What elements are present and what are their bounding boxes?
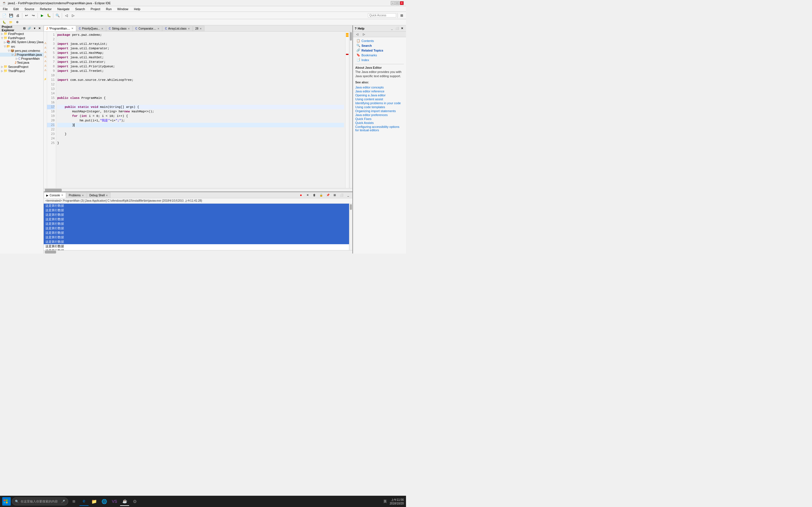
scrollbar-thumb[interactable] (350, 32, 352, 41)
menu-search[interactable]: Search (73, 6, 87, 11)
help-forward-button[interactable]: ▷ (361, 31, 367, 38)
help-link-4[interactable]: Using content assist (355, 97, 404, 101)
quick-access-input[interactable] (368, 13, 396, 17)
help-min-button[interactable]: _ (390, 26, 394, 31)
organizing-imports-link[interactable]: Organizing import statements (355, 109, 404, 113)
clear-console-button[interactable]: 🗑 (311, 192, 317, 198)
back-button[interactable]: ◁ (63, 12, 69, 18)
help-link-5[interactable]: Identifying problems in your code (355, 101, 404, 105)
tab-close-28[interactable]: ✕ (200, 27, 202, 30)
sidebar-item-package[interactable]: ▽ 📦 pers.pwz.cmdemo (0, 48, 43, 53)
help-nav-bookmarks[interactable]: 🔖 Bookmarks (355, 53, 404, 57)
h-scrollbar-thumb[interactable] (45, 189, 62, 191)
menu-window[interactable]: Window (116, 6, 130, 11)
tab-close-arraylist[interactable]: ✕ (188, 27, 190, 30)
quick-assists-link[interactable]: Quick Assists (355, 121, 404, 125)
help-max-button[interactable]: ⬜ (395, 26, 399, 31)
help-link-3[interactable]: Opening a Java editor (355, 93, 404, 97)
tab-console[interactable]: ▶ Console ✕ (44, 192, 66, 198)
help-contents-link[interactable]: Contents (361, 39, 374, 43)
tab-programmain[interactable]: J *ProgramMain.... ✕ (44, 25, 76, 31)
help-nav-related[interactable]: 🔗 Related Topics (355, 48, 404, 53)
menu-file[interactable]: File (1, 6, 10, 11)
java-editor-reference-link[interactable]: Java editor reference (355, 89, 404, 93)
content-assist-link[interactable]: Using content assist (355, 97, 404, 101)
scroll-lock-button[interactable]: 🔒 (318, 192, 324, 198)
tab-close-console[interactable]: ✕ (61, 194, 63, 196)
tab-close-priority[interactable]: ✕ (101, 27, 103, 30)
help-link-1[interactable]: Java editor concepts (355, 86, 404, 89)
opening-java-editor-link[interactable]: Opening a Java editor (355, 93, 404, 97)
sidebar-item-jre[interactable]: ▷ 📚 JRE System Library [JavaSE-10] (0, 40, 43, 44)
tab-arraylist[interactable]: C ArrayList.class ✕ (162, 25, 192, 31)
project-explorer-button[interactable]: 📁 (8, 19, 14, 25)
tab-close-string[interactable]: ✕ (128, 27, 130, 30)
debug-view-button[interactable]: 🐛 (1, 19, 7, 25)
remove-button[interactable]: ✕ (305, 192, 311, 198)
sidebar-menu-button[interactable]: ▾ (32, 26, 37, 31)
forward-button[interactable]: ▷ (70, 12, 76, 18)
open-console-button[interactable]: ⊞ (332, 192, 338, 198)
help-link-7[interactable]: Organizing import statements (355, 109, 404, 113)
horizontal-scrollbar[interactable] (44, 188, 352, 191)
help-nav-search[interactable]: 🔍 Search (355, 43, 404, 48)
help-nav-contents[interactable]: 📋 Contents (355, 38, 404, 43)
tab-close-debugshell[interactable]: ✕ (106, 194, 108, 197)
new-button[interactable]: 📄 (1, 12, 7, 18)
menu-edit[interactable]: Edit (12, 6, 20, 11)
sidebar-item-programmainjava[interactable]: ▷ J ProgramMain.java (0, 53, 43, 57)
java-editor-concepts-link[interactable]: Java editor concepts (355, 86, 404, 89)
tab-comparator[interactable]: C Comparator.... ✕ (133, 25, 162, 31)
undo-button[interactable]: ↩ (23, 12, 30, 18)
code-editor[interactable]: package pers.pwz.cmdemo; import java.uti… (56, 32, 345, 188)
link-editor-button[interactable]: 🔗 (27, 26, 32, 31)
minimize-panel-button[interactable]: _ (345, 192, 351, 198)
help-link-11[interactable]: Configuring accessibility options for te… (355, 125, 404, 132)
help-back-button[interactable]: ◁ (354, 31, 360, 38)
perspectives-button[interactable]: ⊞ (399, 12, 405, 18)
sidebar-item-src[interactable]: ▽ 📂 src (0, 44, 43, 48)
maximize-panel-button[interactable]: ⬜ (338, 192, 345, 198)
sidebar-close-button[interactable]: ✕ (37, 26, 42, 31)
help-bookmarks-link[interactable]: Bookmarks (361, 54, 377, 57)
sidebar-item-firstproject[interactable]: ▷ 📁 FirstProject (0, 32, 43, 36)
close-button[interactable]: ✕ (400, 1, 404, 5)
console-h-thumb[interactable] (45, 251, 56, 253)
sidebar-item-forthproject[interactable]: ▽ 📁 ForthProject (0, 36, 43, 40)
identifying-problems-link[interactable]: Identifying problems in your code (355, 101, 404, 105)
tab-debugshell[interactable]: Debug Shell ✕ (87, 192, 110, 198)
console-scrollbar-v[interactable] (349, 204, 352, 250)
console-scroll-thumb[interactable] (350, 204, 352, 210)
redo-button[interactable]: ↪ (30, 12, 36, 18)
run-button[interactable]: ▶ (39, 12, 45, 18)
help-link-10[interactable]: Quick Assists (355, 121, 404, 125)
menu-run[interactable]: Run (104, 6, 113, 11)
help-nav-index[interactable]: 📑 Index (355, 57, 404, 62)
sidebar-item-secondproject[interactable]: ▷ 📁 SecondProject (0, 64, 43, 69)
menu-refactor[interactable]: Refactor (38, 6, 54, 11)
servers-button[interactable]: ⚙ (14, 19, 20, 25)
menu-source[interactable]: Source (23, 6, 36, 11)
help-link-6[interactable]: Using code templates (355, 105, 404, 109)
tab-close-programmain[interactable]: ✕ (71, 27, 73, 30)
help-search-link[interactable]: Search (361, 44, 372, 47)
help-close-button[interactable]: ✕ (400, 26, 404, 31)
tab-close-problems[interactable]: ✕ (82, 194, 84, 197)
accessibility-options-link[interactable]: Configuring accessibility options for te… (355, 125, 404, 132)
console-scrollbar-h[interactable] (44, 250, 352, 253)
collapse-all-button[interactable]: ⊟ (22, 26, 27, 31)
minimize-button[interactable]: − (391, 1, 395, 5)
debug-button[interactable]: 🐛 (46, 12, 52, 18)
menu-project[interactable]: Project (89, 6, 102, 11)
editor-preferences-link[interactable]: Java editor preferences (355, 113, 404, 117)
save-button[interactable]: 💾 (8, 12, 14, 18)
sidebar-item-programmain-class[interactable]: ▷ C ProgramMain (0, 57, 43, 61)
tab-problems[interactable]: Problems ✕ (66, 192, 87, 198)
terminate-button[interactable]: ■ (298, 192, 304, 198)
tab-close-comparator[interactable]: ✕ (157, 27, 160, 30)
menu-help[interactable]: Help (132, 6, 142, 11)
help-link-9[interactable]: Quick Fixes (355, 117, 404, 121)
tab-28[interactable]: 28 ✕ (193, 25, 204, 31)
pin-button[interactable]: 📌 (325, 192, 331, 198)
vertical-scrollbar[interactable] (349, 32, 352, 188)
